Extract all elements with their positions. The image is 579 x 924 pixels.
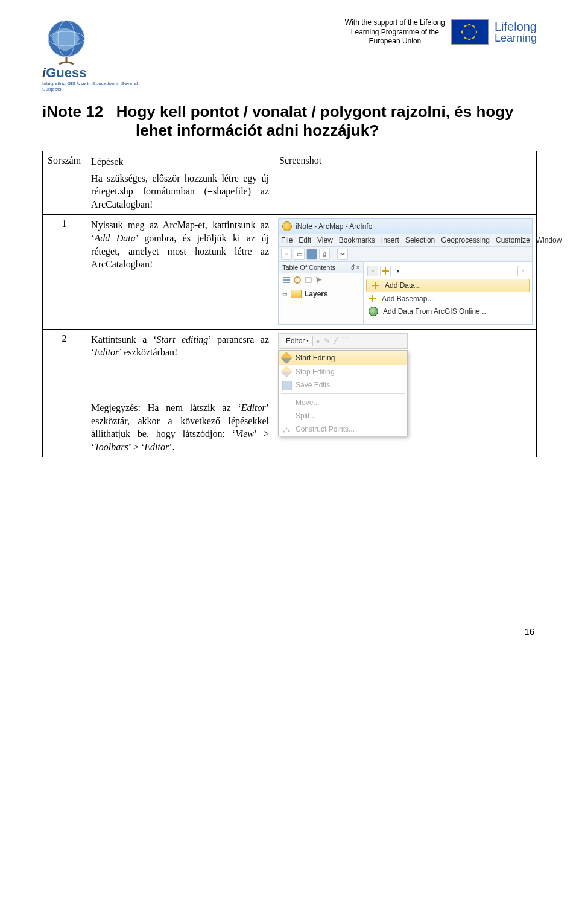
svg-point-11 — [286, 427, 288, 429]
pencil-icon — [280, 366, 293, 378]
toolbar-print-icon[interactable]: ⎙ — [319, 249, 330, 260]
menu-file[interactable]: File — [281, 236, 293, 244]
toc-title: Table Of Contents — [282, 264, 335, 271]
arcmap-title: iNote - ArcMap - ArcInfo — [296, 222, 372, 231]
step-number: 1 — [43, 215, 86, 329]
step-1-text: Nyissuk meg az ArcMap-et, kattintsunk az… — [86, 215, 274, 329]
menu-view[interactable]: View — [317, 236, 333, 244]
menu-split: Split... — [279, 409, 407, 422]
page-number: 16 — [42, 626, 537, 637]
layers-folder-icon — [291, 290, 302, 298]
menu-bookmarks[interactable]: Bookmarks — [339, 236, 375, 244]
col-header-screenshot: Screenshot — [274, 151, 537, 215]
menu-add-basemap[interactable]: Add Basemap... — [364, 293, 532, 305]
toolbar-new-icon[interactable]: ▫ — [281, 249, 292, 260]
toc-list-icon[interactable] — [282, 276, 291, 284]
menu-save-edits: Save Edits — [279, 378, 407, 392]
plus-icon — [372, 281, 380, 290]
editor-screenshot: Editor▾ ▸ ✎ ╱ ⌒ Start Editing — [278, 333, 408, 436]
support-text: With the support of the Lifelong Learnin… — [345, 18, 445, 46]
editor-tool-arc-icon: ⌒ — [341, 336, 349, 346]
brand-name: Guess — [46, 65, 86, 80]
col-header-number: Sorszám — [43, 151, 86, 215]
menu-stop-editing: Stop Editing — [279, 365, 407, 378]
svg-point-7 — [294, 277, 300, 283]
menu-start-editing[interactable]: Start Editing — [279, 351, 407, 365]
svg-rect-5 — [283, 279, 290, 281]
toolbar-cut-icon[interactable]: ✂ — [337, 249, 348, 260]
toc-selection-icon[interactable] — [315, 276, 323, 284]
points-icon — [282, 425, 291, 433]
svg-rect-6 — [283, 282, 290, 283]
editor-tool-arrow-icon: ▸ — [317, 337, 320, 345]
page-title: iNote 12 Hogy kell pontot / vonalat / po… — [42, 103, 537, 140]
globe-icon — [42, 18, 96, 65]
step-2-text: Kattintsunk a ‘Start editing’ parancsra … — [86, 329, 274, 457]
dd-dropdown-arrow-icon[interactable]: ▾ — [393, 266, 403, 276]
menu-insert[interactable]: Insert — [381, 236, 399, 244]
eu-flag-icon — [451, 19, 489, 45]
save-icon — [282, 381, 292, 390]
menu-add-data[interactable]: Add Data... — [366, 279, 530, 292]
editor-tool-edit-icon: ✎ — [324, 337, 330, 345]
svg-point-10 — [283, 430, 285, 432]
dd-tool-icon[interactable]: ▫ — [367, 266, 378, 276]
svg-rect-4 — [283, 277, 290, 278]
lifelong-learning-logo: Lifelong Learning — [495, 21, 537, 43]
arcmap-app-icon — [282, 221, 292, 231]
arcmap-screenshot: iNote - ArcMap - ArcInfo File Edit View … — [278, 218, 533, 325]
menu-move: Move... — [279, 396, 407, 409]
steps-table: Sorszám Lépések Ha szükséges, először ho… — [42, 151, 537, 457]
toolbar-save-icon[interactable] — [306, 249, 317, 260]
menu-add-online[interactable]: Add Data From ArcGIS Online... — [364, 305, 532, 318]
menu-edit[interactable]: Edit — [299, 236, 311, 244]
svg-marker-9 — [316, 277, 322, 284]
toolbar-open-icon[interactable]: ▭ — [294, 249, 305, 260]
toc-visibility-icon[interactable] — [304, 276, 312, 284]
arcmap-menubar: File Edit View Bookmarks Insert Selectio… — [279, 234, 532, 247]
menu-geoprocessing[interactable]: Geoprocessing — [441, 236, 490, 244]
globe-icon — [369, 307, 378, 316]
dd-tool2-icon[interactable]: ▫ — [517, 266, 528, 276]
editor-dropdown-button[interactable]: Editor▾ — [282, 336, 313, 346]
layers-label[interactable]: Layers — [305, 290, 328, 298]
dd-add-data-button[interactable] — [380, 266, 391, 276]
svg-rect-8 — [305, 278, 311, 282]
toc-pin-close[interactable]: ₫ × — [351, 264, 359, 270]
menu-construct-points: Construct Points... — [279, 422, 407, 436]
plus-icon — [369, 295, 377, 303]
add-data-dropdown: ▫ ▾ ▫ Add Data... — [364, 262, 532, 324]
pencil-icon — [280, 352, 293, 364]
editor-tool-line-icon: ╱ — [334, 337, 338, 345]
brand-tagline: Integrating GIS Use in Education in Seve… — [42, 81, 148, 92]
step-number: 2 — [43, 329, 86, 457]
intro-text: Ha szükséges, először hozzunk létre egy … — [91, 172, 269, 211]
menu-customize[interactable]: Customize — [496, 236, 530, 244]
svg-point-12 — [288, 430, 290, 432]
col-header-steps: Lépések Ha szükséges, először hozzunk lé… — [86, 151, 274, 215]
menu-window[interactable]: Window — [536, 236, 562, 244]
iguess-logo: iGuess Integrating GIS Use in Education … — [42, 18, 148, 92]
menu-selection[interactable]: Selection — [405, 236, 435, 244]
toc-source-icon[interactable] — [293, 276, 302, 284]
